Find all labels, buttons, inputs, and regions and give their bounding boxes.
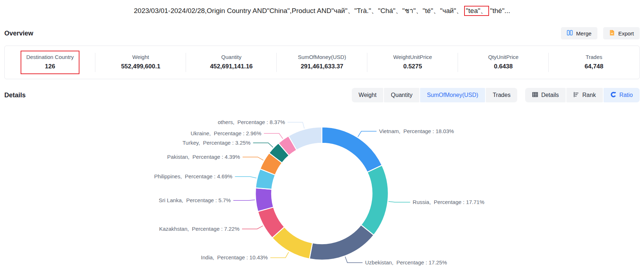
details-controls: Weight Quantity SumOfMoney(USD) Trades D… — [352, 88, 640, 102]
stat-value: 126 — [45, 63, 55, 70]
query-title-suffix: "thé"... — [490, 7, 510, 14]
pie-label-line — [253, 143, 273, 147]
pie-slice-sri-lanka[interactable] — [255, 188, 273, 212]
pie-label-line — [235, 177, 256, 178]
stat-quantity: Quantity 452,691,141.16 — [186, 51, 277, 74]
overview-stats-card: Destination Country 126 Weight 552,499,6… — [4, 46, 640, 79]
rank-icon — [573, 92, 579, 99]
stat-label: SumOfMoney(USD) — [298, 54, 346, 60]
overview-heading: Overview — [4, 30, 33, 37]
export-button[interactable]: Export — [603, 27, 640, 39]
export-button-label: Export — [618, 30, 634, 37]
query-title-bar: 2023/03/01-2024/02/28,Origin Country AND… — [0, 0, 644, 21]
ratio-pie-chart: Vietnam, Percentage : 18.03%Russia, Perc… — [0, 103, 644, 267]
pie-label-line — [233, 200, 255, 201]
tab-trades[interactable]: Trades — [486, 88, 517, 102]
pie-label-line — [242, 226, 263, 229]
stat-weight-unit-price: WeightUnitPrice 0.5275 — [367, 51, 458, 74]
pie-label-line — [264, 133, 283, 139]
stat-label: QtyUnitPrice — [488, 54, 518, 60]
stat-label: Destination Country — [26, 54, 74, 60]
merge-button-label: Merge — [576, 30, 592, 37]
stat-label: Weight — [132, 54, 149, 60]
pie-label-philippines: Philippines, Percentage : 4.69% — [154, 173, 233, 179]
stat-destination-country: Destination Country 126 — [5, 51, 95, 74]
pie-slice-uzbekistan[interactable] — [310, 225, 374, 260]
pie-label-line — [288, 122, 304, 128]
rank-view-label: Rank — [582, 92, 596, 98]
ratio-icon — [610, 92, 617, 99]
pie-slice-vietnam[interactable] — [322, 127, 382, 172]
stat-label: Trades — [585, 54, 602, 60]
query-highlight-box: "tea"、 — [464, 6, 489, 16]
ratio-view-label: Ratio — [619, 92, 633, 98]
pie-label-uzbekistan: Uzbekistan, Percentage : 17.25% — [365, 259, 447, 265]
table-icon — [532, 92, 538, 99]
merge-button[interactable]: Merge — [561, 27, 597, 39]
view-button-group: Details Rank Ratio — [525, 88, 640, 102]
stat-value: 552,499,600.1 — [121, 63, 160, 70]
rank-view-button[interactable]: Rank — [566, 88, 602, 102]
details-view-button[interactable]: Details — [525, 88, 566, 102]
overview-header: Overview Merge Export — [4, 27, 640, 40]
details-header: Details Weight Quantity SumOfMoney(USD) … — [4, 89, 640, 102]
ratio-chart-area: Vietnam, Percentage : 18.03%Russia, Perc… — [0, 103, 644, 267]
export-icon — [609, 30, 615, 37]
stat-qty-unit-price: QtyUnitPrice 0.6438 — [458, 51, 549, 74]
merge-icon — [567, 30, 573, 37]
stat-label: Quantity — [221, 54, 242, 60]
pie-label-ukraine: Ukraine, Percentage : 2.96% — [191, 130, 262, 136]
tab-weight[interactable]: Weight — [352, 88, 384, 102]
stat-trades: Trades 64,748 — [549, 51, 639, 74]
pie-label-kazakhstan: Kazakhstan, Percentage : 7.22% — [159, 226, 239, 232]
stat-value: 64,748 — [585, 63, 604, 70]
pie-slice-russia[interactable] — [361, 165, 388, 235]
ratio-view-button[interactable]: Ratio — [604, 88, 640, 102]
page: 2023/03/01-2024/02/28,Origin Country AND… — [0, 0, 644, 272]
tab-quantity[interactable]: Quantity — [384, 88, 419, 102]
stat-highlight-box: Destination Country 126 — [21, 51, 80, 74]
pie-label-pakistan: Pakistan, Percentage : 4.39% — [167, 154, 240, 160]
stat-weight: Weight 552,499,600.1 — [95, 51, 186, 74]
stat-sum-of-money: SumOfMoney(USD) 291,461,633.37 — [277, 51, 367, 74]
overview-actions: Merge Export — [561, 27, 640, 39]
pie-label-line — [243, 157, 264, 160]
pie-label-line — [358, 131, 377, 137]
pie-label-others: others, Percentage : 8.37% — [218, 119, 285, 125]
stat-value: 291,461,633.37 — [301, 63, 343, 70]
pie-label-line — [270, 252, 289, 258]
pie-label-line — [389, 201, 410, 202]
pie-label-vietnam: Vietnam, Percentage : 18.03% — [379, 128, 454, 134]
stat-value: 452,691,141.16 — [210, 63, 252, 70]
pie-label-turkey: Turkey, Percentage : 3.25% — [182, 140, 250, 146]
query-title-prefix: 2023/03/01-2024/02/28,Origin Country AND… — [134, 7, 463, 14]
stat-label: WeightUnitPrice — [393, 54, 432, 60]
details-view-label: Details — [541, 92, 559, 98]
pie-label-sri-lanka: Sri Lanka, Percentage : 5.7% — [159, 197, 231, 203]
metric-tab-group: Weight Quantity SumOfMoney(USD) Trades — [352, 88, 518, 102]
stat-value: 0.5275 — [403, 63, 422, 70]
query-title: 2023/03/01-2024/02/28,Origin Country AND… — [134, 5, 510, 16]
pie-label-india: India, Percentage : 10.43% — [201, 254, 268, 260]
stat-value: 0.6438 — [494, 63, 513, 70]
pie-label-russia: Russia, Percentage : 17.71% — [413, 199, 484, 205]
pie-label-line — [345, 256, 362, 263]
details-heading: Details — [4, 92, 26, 99]
tab-sum-of-money[interactable]: SumOfMoney(USD) — [420, 88, 485, 102]
